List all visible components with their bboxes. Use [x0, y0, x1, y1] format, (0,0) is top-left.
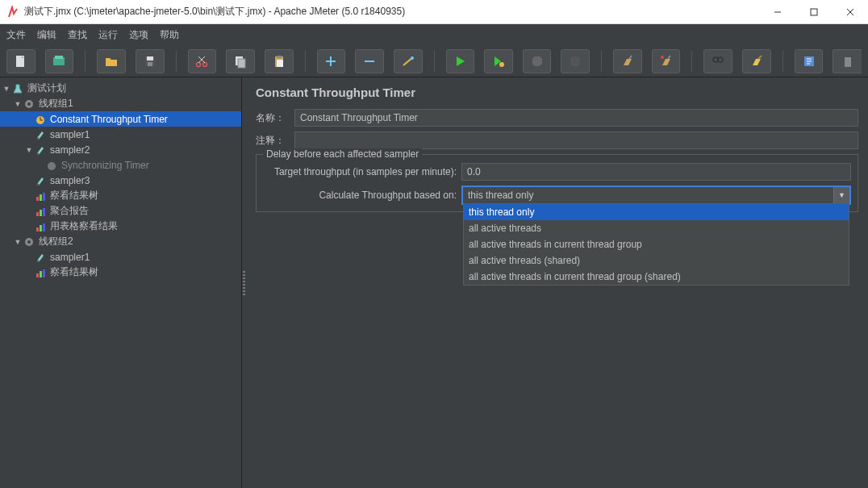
- window-title: 测试下.jmx (C:\jmeter\apache-jmeter-5.0\bin…: [24, 5, 759, 19]
- reset-search-button[interactable]: [742, 49, 771, 73]
- svg-point-27: [661, 56, 664, 59]
- svg-point-38: [27, 102, 31, 106]
- shutdown-button[interactable]: [561, 49, 590, 73]
- svg-point-24: [499, 62, 504, 67]
- tree-node-sampler3[interactable]: sampler3: [0, 173, 241, 188]
- target-throughput-input[interactable]: [461, 163, 851, 181]
- window-maximize-button[interactable]: [795, 0, 832, 23]
- function-helper-button[interactable]: [795, 49, 824, 73]
- combobox-option[interactable]: all active threads (shared): [464, 252, 849, 269]
- expand-button[interactable]: [317, 49, 346, 73]
- flask-icon: [11, 82, 24, 95]
- twisty-icon[interactable]: ▼: [24, 146, 34, 154]
- gear-icon: [23, 236, 35, 248]
- chevron-down-icon[interactable]: ▼: [833, 187, 849, 203]
- comment-label: 注释：: [256, 134, 294, 148]
- twisty-icon[interactable]: ▼: [13, 100, 23, 108]
- combobox-option[interactable]: all active threads in current thread gro…: [464, 236, 849, 252]
- svg-point-23: [411, 56, 414, 60]
- workspace: ▼ 测试计划 ▼ 线程组1 Constant Throughput Timer …: [0, 77, 868, 488]
- main-panel: Constant Throughput Timer 名称： 注释： Delay …: [246, 77, 868, 488]
- twisty-icon[interactable]: ▼: [2, 85, 11, 93]
- svg-rect-1: [811, 9, 817, 15]
- tree-node-sampler1[interactable]: sampler1: [0, 127, 241, 142]
- svg-point-56: [27, 240, 31, 244]
- save-button[interactable]: [136, 49, 165, 73]
- svg-point-11: [203, 62, 207, 66]
- window-minimize-button[interactable]: [759, 0, 795, 23]
- svg-rect-53: [40, 225, 42, 231]
- svg-rect-36: [845, 57, 851, 67]
- tree-node-test-plan[interactable]: ▼ 测试计划: [0, 81, 241, 96]
- clear-button[interactable]: [613, 49, 642, 73]
- svg-rect-52: [36, 227, 39, 231]
- menu-run[interactable]: 运行: [98, 28, 118, 42]
- collapse-button[interactable]: [355, 49, 384, 73]
- window-close-button[interactable]: [832, 0, 868, 23]
- svg-line-25: [629, 56, 632, 59]
- menu-file[interactable]: 文件: [6, 28, 26, 42]
- svg-rect-48: [43, 193, 45, 201]
- cut-button[interactable]: [188, 49, 217, 73]
- twisty-icon[interactable]: ▼: [13, 238, 23, 246]
- help-button[interactable]: [833, 49, 862, 73]
- svg-rect-15: [238, 59, 245, 68]
- combobox-dropdown: this thread only all active threads all …: [463, 203, 849, 286]
- svg-point-57: [37, 260, 40, 262]
- tree-node-thread-group-2[interactable]: ▼ 线程组2: [0, 234, 241, 249]
- tree-node-constant-throughput-timer[interactable]: Constant Throughput Timer: [0, 111, 241, 127]
- svg-line-31: [758, 56, 762, 59]
- new-button[interactable]: [6, 49, 35, 73]
- stop-button[interactable]: [523, 49, 552, 73]
- tree-panel: ▼ 测试计划 ▼ 线程组1 Constant Throughput Timer …: [0, 77, 242, 488]
- comment-input[interactable]: [294, 131, 858, 149]
- menu-search[interactable]: 查找: [68, 28, 87, 42]
- name-input[interactable]: [294, 109, 858, 127]
- svg-rect-58: [36, 273, 39, 277]
- delay-fieldset: Delay before each affected sampler Targe…: [256, 154, 858, 212]
- name-label: 名称：: [256, 111, 294, 125]
- paste-button[interactable]: [265, 49, 294, 73]
- gear-icon: [23, 98, 35, 111]
- menu-help[interactable]: 帮助: [160, 28, 179, 42]
- svg-rect-9: [148, 62, 152, 66]
- start-button[interactable]: [446, 49, 475, 73]
- templates-button[interactable]: [45, 49, 74, 73]
- search-tree-button[interactable]: [703, 49, 732, 73]
- tree-node-synchronizing-timer[interactable]: Synchronizing Timer: [0, 157, 241, 173]
- clear-all-button[interactable]: [652, 49, 681, 73]
- toggle-button[interactable]: [394, 49, 423, 73]
- combobox-option[interactable]: all active threads: [464, 220, 849, 236]
- svg-point-44: [48, 162, 56, 170]
- calculate-mode-combobox[interactable]: this thread only ▼ this thread only all …: [461, 186, 851, 205]
- combobox-value: this thread only: [463, 190, 833, 201]
- menu-edit[interactable]: 编辑: [37, 28, 56, 42]
- combobox-option[interactable]: this thread only: [464, 204, 849, 220]
- svg-rect-54: [43, 223, 45, 231]
- tree-node-results-tree-2[interactable]: 察看结果树: [0, 265, 241, 280]
- target-throughput-label: Target throughput (in samples per minute…: [263, 166, 461, 177]
- svg-rect-51: [43, 208, 45, 216]
- toolbar: [0, 45, 868, 77]
- tree-node-thread-group-1[interactable]: ▼ 线程组1: [0, 96, 241, 111]
- copy-button[interactable]: [226, 49, 255, 73]
- svg-point-42: [37, 137, 40, 140]
- combobox-option[interactable]: all active threads in current thread gro…: [464, 269, 849, 285]
- start-no-pause-button[interactable]: [484, 49, 513, 73]
- sampler-icon: [34, 128, 47, 141]
- svg-point-10: [197, 62, 201, 66]
- tree-node-sampler2[interactable]: ▼ sampler2: [0, 142, 241, 157]
- svg-line-26: [668, 56, 670, 59]
- sampler-icon: [34, 144, 47, 156]
- tree-node-table-results[interactable]: 用表格察看结果: [0, 219, 241, 234]
- svg-rect-17: [277, 56, 282, 58]
- svg-point-45: [37, 183, 40, 186]
- tree-node-sampler1-b[interactable]: sampler1: [0, 249, 241, 265]
- menubar: 文件 编辑 查找 运行 选项 帮助: [0, 24, 868, 45]
- menu-options[interactable]: 选项: [129, 28, 148, 42]
- tree-node-results-tree[interactable]: 察看结果树: [0, 188, 241, 203]
- tree-node-aggregate-report[interactable]: 聚合报告: [0, 203, 241, 219]
- chart-icon: [34, 220, 47, 233]
- open-button[interactable]: [97, 49, 126, 73]
- chart-icon: [34, 190, 47, 202]
